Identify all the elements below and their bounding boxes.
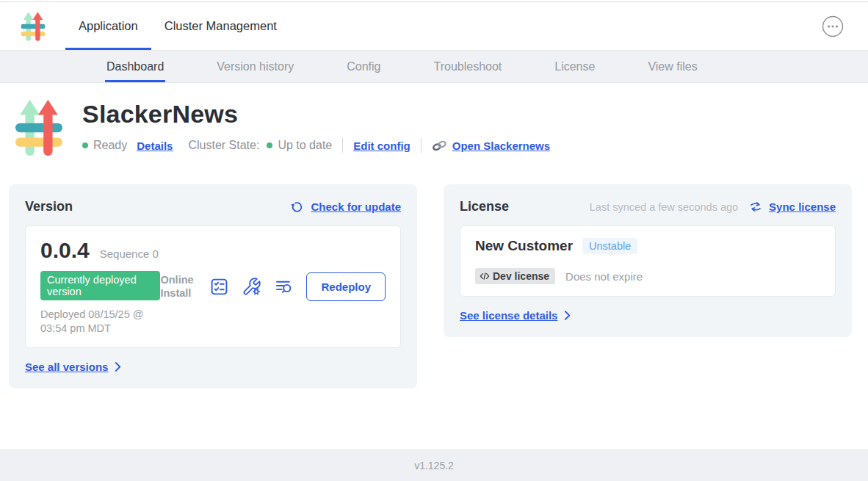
app-header: SlackerNews Ready Details Cluster State:…: [15, 95, 868, 160]
license-info-panel: New Customer Unstable Dev license Does n…: [460, 225, 836, 297]
channel-badge: Unstable: [582, 238, 637, 254]
ellipsis-icon: [822, 15, 844, 37]
preflight-checks-icon: [209, 277, 229, 297]
app-status-row: Ready Details Cluster State: Up to date …: [82, 138, 550, 153]
install-type-label: Online Install: [160, 273, 197, 300]
chain-link-icon: [432, 140, 447, 151]
deployed-timestamp: Deployed 08/15/25 @ 03:54 pm MDT: [40, 308, 160, 336]
subnav-item-license[interactable]: License: [554, 51, 595, 82]
check-for-update-link[interactable]: Check for update: [290, 200, 401, 214]
nav-spacer: [290, 2, 822, 50]
subnav-item-view-files[interactable]: View files: [648, 51, 697, 82]
main-nav: Application Cluster Management: [0, 2, 868, 51]
console-version-label: v1.125.2: [414, 460, 454, 471]
preflight-checks-button[interactable]: [209, 277, 229, 297]
tab-application-label: Application: [79, 19, 138, 33]
open-app-link[interactable]: Open Slackernews: [432, 140, 550, 152]
chevron-right-icon: [115, 362, 121, 372]
subnav-item-dashboard[interactable]: Dashboard: [106, 51, 164, 82]
last-synced-label: Last synced a few seconds ago: [590, 201, 738, 213]
version-number: 0.0.4: [40, 238, 90, 263]
kots-logo-icon: [21, 11, 46, 42]
cluster-state-label: Cluster State:: [188, 139, 259, 152]
console-footer: v1.125.2: [0, 449, 868, 481]
version-card-title: Version: [25, 199, 73, 214]
cluster-state-value: Up to date: [278, 139, 332, 152]
see-license-details-link[interactable]: See license details: [460, 309, 571, 322]
license-expiry: Does not expire: [565, 270, 643, 283]
dashboard-cards: Version Check for update 0.0.4 Sequence …: [9, 184, 852, 388]
subnav-item-config[interactable]: Config: [347, 51, 380, 82]
customer-name: New Customer: [475, 238, 573, 254]
config-wrench-icon: [242, 277, 261, 297]
version-info-column: 0.0.4 Sequence 0 Currently deployed vers…: [40, 238, 160, 336]
tab-cluster-management[interactable]: Cluster Management: [151, 2, 290, 50]
version-config-button[interactable]: [242, 277, 261, 297]
divider: [342, 138, 343, 153]
app-status-label: Ready: [93, 139, 127, 152]
refresh-icon: [290, 200, 304, 214]
sync-license-link[interactable]: Sync license: [749, 200, 836, 213]
subnav-item-version-history[interactable]: Version history: [217, 51, 294, 82]
sync-icon: [749, 200, 762, 213]
current-version-panel: 0.0.4 Sequence 0 Currently deployed vers…: [25, 225, 401, 348]
cluster-state-dot: [267, 142, 272, 148]
app-subnav: Dashboard Version history Config Trouble…: [0, 51, 868, 83]
subnav-item-troubleshoot[interactable]: Troubleshoot: [433, 51, 502, 82]
version-actions: Online Install: [160, 272, 386, 301]
divider: [421, 138, 422, 153]
edit-config-link[interactable]: Edit config: [353, 140, 411, 152]
sequence-label: Sequence 0: [100, 247, 159, 260]
view-logs-button[interactable]: [274, 277, 294, 297]
license-card-title: License: [460, 199, 509, 214]
redeploy-button[interactable]: Redeploy: [306, 272, 386, 301]
tab-cluster-management-label: Cluster Management: [164, 19, 277, 33]
active-tab-underline: [65, 48, 151, 50]
more-options-button[interactable]: [822, 15, 844, 37]
top-tabs: Application Cluster Management: [65, 2, 290, 50]
license-card: License Last synced a few seconds ago Sy…: [444, 184, 852, 337]
active-subnav-underline: [105, 80, 165, 82]
chevron-right-icon: [564, 311, 571, 320]
app-status-dot: [82, 142, 88, 148]
version-card: Version Check for update 0.0.4 Sequence …: [9, 184, 417, 388]
license-type-tag: Dev license: [475, 268, 555, 284]
deployed-version-badge: Currently deployed version: [40, 271, 160, 300]
status-details-link[interactable]: Details: [137, 140, 173, 152]
view-logs-icon: [274, 277, 294, 297]
tab-application[interactable]: Application: [65, 2, 151, 50]
page-title: SlackerNews: [82, 100, 550, 129]
see-all-versions-link[interactable]: See all versions: [25, 361, 121, 373]
code-icon: [480, 272, 490, 281]
slackernews-app-icon: [15, 95, 63, 160]
